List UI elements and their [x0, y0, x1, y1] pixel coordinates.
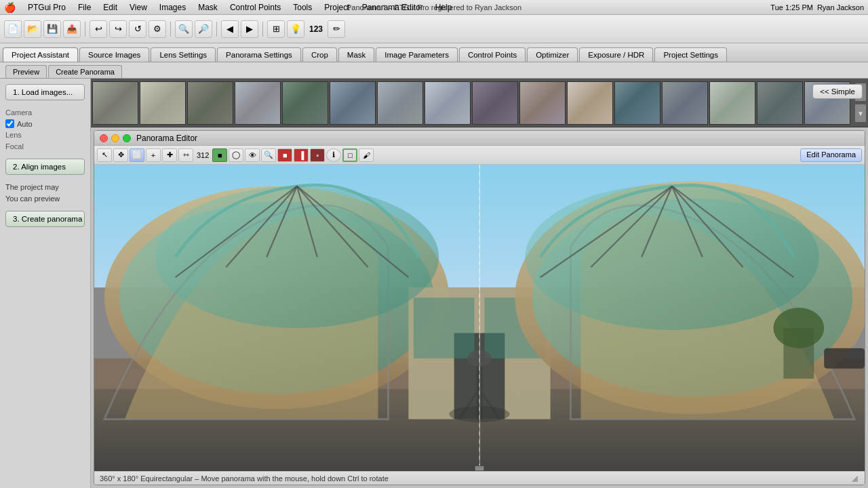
- thumbnail-12[interactable]: [614, 81, 660, 125]
- maximize-button[interactable]: [123, 134, 131, 142]
- menu-control-points[interactable]: Control Points: [224, 1, 286, 14]
- pano-circle-info[interactable]: ℹ: [326, 148, 341, 162]
- edit-button[interactable]: ✏: [328, 20, 345, 38]
- window-title: Panorama * – PTGui Pro registered to Rya…: [347, 3, 521, 12]
- pano-red-sq-3[interactable]: ▪: [310, 148, 325, 162]
- pano-pan-tool[interactable]: ✥: [113, 148, 128, 162]
- menu-view[interactable]: View: [124, 1, 153, 14]
- auto-checkbox[interactable]: [5, 119, 14, 128]
- menu-time: Tue 1:25 PM: [770, 3, 813, 12]
- pano-select-tool[interactable]: ↖: [97, 148, 112, 162]
- tab-source-images[interactable]: Source Images: [79, 47, 149, 62]
- pano-circle-tool[interactable]: ◯: [229, 148, 243, 162]
- tab-crop[interactable]: Crop: [302, 47, 337, 62]
- grid-button[interactable]: ⊞: [267, 20, 285, 38]
- tab-mask[interactable]: Mask: [338, 47, 374, 62]
- tab-control-points[interactable]: Control Points: [459, 47, 526, 62]
- strip-scroll-down[interactable]: ▼: [854, 104, 867, 123]
- tab-project-settings[interactable]: Project Settings: [654, 47, 727, 62]
- simple-mode-button[interactable]: << Simple: [812, 84, 863, 99]
- next-button[interactable]: ▶: [241, 20, 258, 38]
- thumbnail-15[interactable]: [757, 81, 803, 125]
- align-images-button[interactable]: 2. Align images: [5, 159, 85, 175]
- thumbnail-5[interactable]: [282, 81, 328, 125]
- focal-label: Focal: [5, 141, 85, 152]
- thumbnail-9[interactable]: [472, 81, 518, 125]
- pano-red-sq-1[interactable]: ■: [277, 148, 292, 162]
- svg-rect-7: [414, 298, 475, 359]
- redo-button[interactable]: ↪: [109, 20, 127, 38]
- pano-zoom-tool[interactable]: 🔍: [261, 148, 276, 162]
- sec-tab-preview[interactable]: Preview: [5, 65, 47, 78]
- load-images-button[interactable]: 1. Load images...: [5, 84, 85, 100]
- zoom-in[interactable]: 🔍: [175, 20, 193, 38]
- undo-button[interactable]: ↩: [90, 20, 107, 38]
- panorama-editor-window: Panorama Editor ↖ ✥ ⬜ + ✚ ⇿ 312 ■ ◯ 👁 🔍 …: [94, 130, 865, 485]
- pano-bottom-handle[interactable]: [475, 466, 484, 471]
- thumbnail-strip: ▲ ▼: [91, 79, 868, 127]
- thumbnail-6[interactable]: [330, 81, 376, 125]
- auto-row: Auto: [5, 119, 85, 130]
- zoom-out[interactable]: 🔎: [195, 20, 212, 38]
- camera-section: Camera Auto Lens Focal: [5, 107, 85, 152]
- thumbnail-1[interactable]: [92, 81, 138, 125]
- minimize-button[interactable]: [111, 134, 119, 142]
- pano-split-tool[interactable]: ✚: [162, 148, 177, 162]
- create-panorama-button[interactable]: 3. Create panorama: [5, 211, 85, 227]
- tab-exposure-hdr[interactable]: Exposure / HDR: [579, 47, 653, 62]
- open-button[interactable]: 📂: [24, 20, 41, 38]
- toolbar-sep-4: [262, 22, 263, 37]
- apple-menu[interactable]: 🍎: [4, 2, 16, 13]
- menu-ptgui[interactable]: PTGui Pro: [22, 1, 71, 14]
- tab-project-assistant[interactable]: Project Assistant: [3, 47, 78, 62]
- secondary-tabs-row: Preview Create Panorama: [0, 62, 868, 79]
- pano-status-bar: 360° x 180° Equirectangular – Move panor…: [94, 471, 865, 485]
- pano-eye-tool[interactable]: 👁: [245, 148, 260, 162]
- export-button[interactable]: 📤: [63, 20, 81, 38]
- menu-mask[interactable]: Mask: [193, 1, 223, 14]
- thumbnail-13[interactable]: [662, 81, 708, 125]
- thumbnail-2[interactable]: [140, 81, 186, 125]
- pano-paint-tool[interactable]: 🖌: [359, 148, 374, 162]
- menu-tools[interactable]: Tools: [288, 1, 317, 14]
- right-area: ▲ ▼ Panorama Editor ↖ ✥ ⬜ + ✚: [91, 79, 868, 488]
- pano-resize-handle[interactable]: [850, 474, 859, 483]
- bulb-button[interactable]: 💡: [287, 20, 304, 38]
- pano-green-outline[interactable]: □: [342, 148, 357, 162]
- tab-optimizer[interactable]: Optimizer: [527, 47, 578, 62]
- tab-panorama-settings[interactable]: Panorama Settings: [217, 47, 301, 62]
- panorama-view[interactable]: [94, 165, 865, 471]
- thumbnail-4[interactable]: [235, 81, 281, 125]
- close-button[interactable]: [100, 134, 108, 142]
- svg-point-11: [155, 186, 439, 328]
- prev-button[interactable]: ◀: [221, 20, 239, 38]
- rotate-ccw[interactable]: ↺: [129, 20, 146, 38]
- pano-merge-tool[interactable]: ⇿: [178, 148, 193, 162]
- thumbnail-10[interactable]: [519, 81, 566, 125]
- thumbnail-7[interactable]: [377, 81, 423, 125]
- pano-green-sq[interactable]: ■: [212, 148, 227, 162]
- thumbnail-14[interactable]: [709, 81, 755, 125]
- sec-tab-create-panorama[interactable]: Create Panorama: [48, 65, 122, 78]
- menu-edit[interactable]: Edit: [98, 1, 123, 14]
- pano-red-sq-2[interactable]: ▐: [294, 148, 309, 162]
- save-button[interactable]: 💾: [43, 20, 61, 38]
- pano-window-title: Panorama Editor: [136, 134, 197, 143]
- adjust-button[interactable]: ⚙: [149, 20, 166, 38]
- pano-status-text: 360° x 180° Equirectangular – Move panor…: [100, 474, 389, 483]
- toolbar-sep-1: [85, 22, 85, 37]
- traffic-lights: [100, 134, 131, 142]
- thumbnail-11[interactable]: [567, 81, 613, 125]
- menu-images[interactable]: Images: [154, 1, 191, 14]
- pano-rect-tool[interactable]: ⬜: [130, 148, 144, 162]
- pano-add-tool[interactable]: +: [146, 148, 161, 162]
- edit-panorama-tab[interactable]: Edit Panorama: [800, 148, 862, 162]
- tab-image-parameters[interactable]: Image Parameters: [376, 47, 458, 62]
- menu-file[interactable]: File: [73, 1, 96, 14]
- auto-label: Auto: [17, 119, 33, 130]
- menu-right-area: Tue 1:25 PM Ryan Jackson: [770, 3, 864, 12]
- new-button[interactable]: 📄: [4, 20, 22, 38]
- thumbnail-3[interactable]: [187, 81, 233, 125]
- tab-lens-settings[interactable]: Lens Settings: [151, 47, 216, 62]
- thumbnail-8[interactable]: [425, 81, 471, 125]
